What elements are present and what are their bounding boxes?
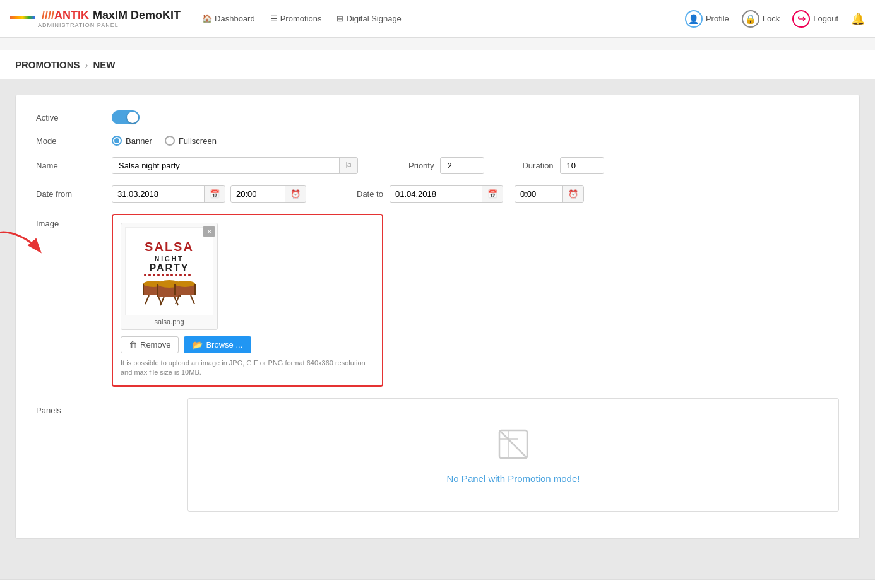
nav-links: 🏠 Dashboard ☰ Promotions ⊞ Digital Signa… [196, 11, 408, 26]
date-from-input[interactable] [112, 186, 204, 202]
lock-label: Lock [763, 14, 780, 23]
nav-dashboard-label: Dashboard [215, 14, 255, 23]
toggle-thumb [127, 112, 138, 123]
main-content: Active Mode Bann [0, 79, 875, 579]
svg-rect-11 [175, 274, 177, 276]
name-priority-row: Name ⚐ Priority Duration [36, 157, 839, 174]
panels-empty-text: No Panel with Promotion mode! [447, 473, 580, 484]
nav-promotions[interactable]: ☰ Promotions [264, 11, 328, 26]
top-nav: ////ANTIK MaxIM DemoKIT ADMINISTRATION P… [0, 0, 875, 38]
fullscreen-radio-circle [165, 136, 175, 146]
mode-banner-label: Banner [126, 136, 152, 146]
form-card: Active Mode Bann [15, 95, 860, 539]
breadcrumb-current: NEW [93, 59, 116, 70]
nav-dashboard[interactable]: 🏠 Dashboard [196, 11, 261, 26]
image-hint: It is possible to upload an image in JPG… [121, 358, 373, 378]
date-to-label: Date to [357, 189, 383, 199]
profile-icon: 👤 [685, 10, 703, 28]
date-to-section: Date to 📅 ⏰ [357, 185, 584, 203]
name-flag-icon: ⚐ [339, 158, 357, 173]
panels-row: Panels No Panel with Promotion mode! [36, 398, 839, 512]
active-controls [112, 110, 140, 124]
panels-label: Panels [36, 398, 112, 415]
nav-promotions-label: Promotions [280, 14, 322, 23]
date-to-wrapper: 📅 [390, 185, 503, 203]
banner-radio-circle [112, 136, 122, 146]
nav-right: 👤 Profile 🔒 Lock ↪ Logout 🔔 [685, 10, 865, 28]
name-input-wrapper: ⚐ [112, 157, 358, 174]
footer-bar: Cancel Save → [0, 579, 875, 588]
time-from-input[interactable] [231, 186, 285, 202]
duration-field: Duration [522, 157, 604, 174]
bell-icon[interactable]: 🔔 [851, 12, 865, 26]
svg-rect-14 [188, 274, 191, 276]
logout-icon: ↪ [792, 10, 810, 28]
name-label: Name [36, 161, 112, 170]
svg-rect-7 [157, 274, 160, 276]
image-actions: 🗑 Remove 📂 Browse ... [121, 336, 374, 353]
mode-banner-option[interactable]: Banner [112, 136, 152, 146]
brand-antik: ////ANTIK [42, 9, 89, 22]
priority-input[interactable] [440, 157, 484, 174]
logout-label: Logout [813, 14, 838, 23]
duration-label: Duration [522, 161, 553, 170]
svg-text:SALSA: SALSA [145, 240, 194, 254]
dates-row: Date from 📅 ⏰ Date to 📅 [36, 185, 839, 203]
priority-field: Priority [408, 157, 484, 174]
browse-label: Browse ... [206, 340, 242, 350]
mode-label: Mode [36, 136, 112, 146]
brand-title: MaxIM DemoKIT [93, 9, 181, 22]
subheader [0, 38, 875, 50]
salsa-image-svg: SALSA NIGHT PARTY [131, 233, 207, 309]
breadcrumb-parent: PROMOTIONS [15, 59, 80, 70]
time-from-clock-icon[interactable]: ⏰ [285, 186, 306, 202]
toggle-track [112, 110, 140, 124]
active-row: Active [36, 110, 839, 124]
svg-rect-13 [184, 274, 186, 276]
remove-label: Remove [140, 340, 170, 350]
brand: ////ANTIK MaxIM DemoKIT ADMINISTRATION P… [10, 9, 181, 28]
remove-button[interactable]: 🗑 Remove [121, 336, 179, 353]
image-close-button[interactable]: ✕ [203, 226, 215, 237]
active-toggle[interactable] [112, 110, 140, 124]
image-row: Image ✕ SALSA NIGHT [36, 214, 839, 387]
image-section: ✕ SALSA NIGHT PARTY [112, 214, 383, 387]
date-to-input[interactable] [390, 186, 482, 202]
date-to-calendar-icon[interactable]: 📅 [482, 186, 503, 202]
svg-rect-12 [179, 274, 182, 276]
page-wrapper: ////ANTIK MaxIM DemoKIT ADMINISTRATION P… [0, 0, 875, 588]
panels-empty-state: No Panel with Promotion mode! [188, 398, 839, 512]
svg-line-38 [499, 430, 527, 458]
svg-text:PARTY: PARTY [149, 262, 189, 273]
browse-button[interactable]: 📂 Browse ... [184, 336, 251, 353]
nav-digital-signage[interactable]: ⊞ Digital Signage [330, 11, 407, 26]
name-input[interactable] [112, 158, 339, 173]
brand-name-row: ////ANTIK MaxIM DemoKIT [10, 9, 181, 22]
svg-rect-10 [170, 274, 173, 276]
active-label: Active [36, 113, 112, 122]
time-from-wrapper: ⏰ [230, 185, 306, 203]
brand-stripe [10, 16, 38, 19]
duration-input[interactable] [560, 157, 604, 174]
brand-sub: ADMINISTRATION PANEL [38, 22, 181, 28]
banner-radio-dot [114, 138, 119, 143]
profile-nav-item[interactable]: 👤 Profile [685, 10, 729, 28]
svg-rect-5 [148, 274, 151, 276]
mode-radio-group: Banner Fullscreen [112, 136, 217, 146]
profile-label: Profile [706, 14, 729, 23]
time-to-clock-icon[interactable]: ⏰ [562, 186, 583, 202]
svg-rect-8 [162, 274, 164, 276]
date-from-calendar-icon[interactable]: 📅 [204, 186, 225, 202]
image-preview-wrapper: ✕ SALSA NIGHT PARTY [121, 223, 218, 330]
time-to-input[interactable] [515, 186, 562, 202]
no-panel-icon [494, 425, 532, 463]
lock-nav-item[interactable]: 🔒 Lock [742, 10, 780, 28]
list-icon: ☰ [270, 14, 278, 23]
image-thumbnail: SALSA NIGHT PARTY [125, 227, 213, 315]
svg-rect-4 [144, 274, 146, 276]
logout-nav-item[interactable]: ↪ Logout [792, 10, 838, 28]
mode-fullscreen-option[interactable]: Fullscreen [165, 136, 217, 146]
breadcrumb-separator: › [85, 59, 88, 70]
date-from-wrapper: 📅 [112, 185, 225, 203]
svg-point-31 [175, 281, 195, 287]
